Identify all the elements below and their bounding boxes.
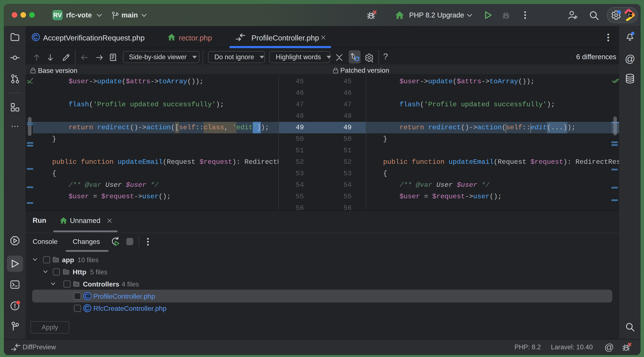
svg-text:BRAINS: BRAINS bbox=[628, 14, 632, 15]
